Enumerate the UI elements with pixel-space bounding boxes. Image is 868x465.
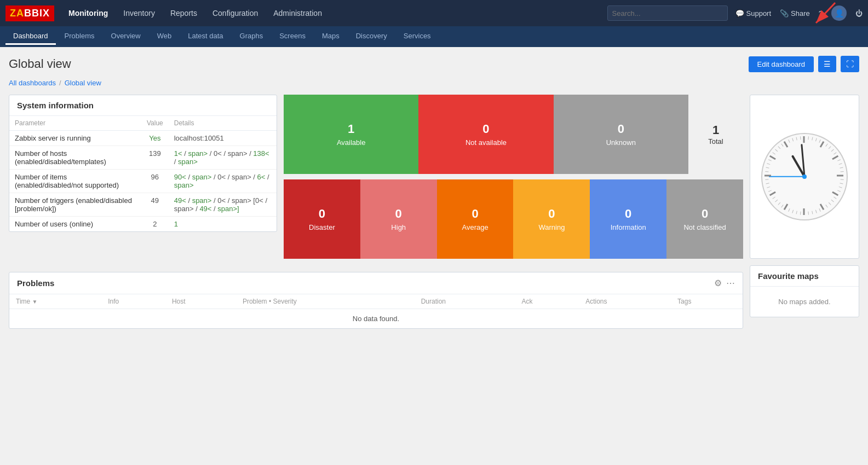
col-duration: Duration [415, 294, 515, 309]
nav-inventory[interactable]: Inventory [117, 5, 162, 21]
value-cell: Yes [141, 131, 169, 146]
param-cell: Number of users (online) [9, 217, 141, 232]
availability-grid: 1 Available 0 Not available 0 Unknown [284, 95, 688, 174]
subnav-maps[interactable]: Maps [314, 28, 347, 45]
clock-face [761, 133, 848, 220]
avail-not-available[interactable]: 0 Not available [418, 95, 553, 174]
sev-nc-count: 0 [702, 207, 708, 221]
problems-table: Time ▼ Info Host Problem • Severity Dura… [9, 294, 743, 328]
avail-unknown[interactable]: 0 Unknown [554, 95, 688, 174]
clock-widget [750, 95, 859, 259]
col-info: Info [101, 294, 165, 309]
details-cell: 1< / span> / 0< / span> / 138< / span> [169, 146, 277, 170]
top-icons: 💬 Support 📎 Share ? 👤 ⏻ [735, 5, 863, 21]
subnav-latest-data[interactable]: Latest data [180, 28, 231, 45]
col-actions: Actions [579, 294, 671, 309]
subnav-web[interactable]: Web [150, 28, 180, 45]
share-link[interactable]: 📎 Share [780, 9, 810, 18]
support-icon: 💬 [735, 9, 744, 18]
dashboard-menu-button[interactable]: ☰ [818, 56, 836, 72]
sev-disaster[interactable]: 0 Disaster [284, 179, 360, 259]
subnav-problems[interactable]: Problems [57, 28, 102, 45]
sev-not-classified[interactable]: 0 Not classified [666, 179, 743, 259]
sev-information[interactable]: 0 Information [590, 179, 666, 259]
sev-info-label: Information [611, 223, 646, 231]
table-row: Number of triggers (enabled/disabled [pr… [9, 193, 277, 217]
edit-dashboard-button[interactable]: Edit dashboard [749, 56, 814, 72]
details-cell: 49< / span> / 0< / span> [0< / span> / 4… [169, 193, 277, 217]
logout-button[interactable]: ⏻ [855, 9, 863, 18]
dashboard-expand-button[interactable]: ⛶ [841, 56, 859, 72]
subnav-services[interactable]: Services [396, 28, 439, 45]
param-cell: Number of items (enabled/disabled/not su… [9, 170, 141, 193]
col-tags: Tags [671, 294, 743, 309]
table-row: No data found. [9, 309, 743, 329]
help-link[interactable]: ? [819, 9, 823, 18]
main-grid: System information Parameter Value Detai… [9, 95, 859, 259]
avail-total: 1 Total [688, 95, 743, 174]
avail-not-available-label: Not available [465, 138, 507, 147]
problems-more-icon[interactable]: ⋯ [726, 278, 735, 288]
nav-reports[interactable]: Reports [164, 5, 204, 21]
sev-average-label: Average [462, 223, 488, 231]
availability-widget: 1 Available 0 Not available 0 Unknown 1 … [284, 95, 743, 174]
avail-available-count: 1 [348, 122, 354, 136]
sev-warning-label: Warning [538, 223, 565, 231]
page-title: Global view [9, 57, 71, 71]
param-cell: Number of hosts (enabled/disabled/templa… [9, 146, 141, 170]
logo[interactable]: ZABBIX [5, 5, 54, 21]
sev-high[interactable]: 0 High [360, 179, 437, 259]
sev-nc-label: Not classified [683, 223, 726, 231]
col-time[interactable]: Time ▼ [9, 294, 101, 309]
avail-unknown-count: 0 [618, 122, 624, 136]
col-value: Value [141, 116, 169, 131]
breadcrumb-all-dashboards[interactable]: All dashboards [9, 79, 56, 87]
subnav-dashboard[interactable]: Dashboard [5, 28, 56, 45]
problems-settings-icon[interactable]: ⚙ [714, 278, 722, 288]
table-row: Number of hosts (enabled/disabled/templa… [9, 146, 277, 170]
sev-warning-count: 0 [548, 207, 555, 221]
breadcrumb: All dashboards / Global view [9, 79, 859, 87]
sev-disaster-count: 0 [319, 207, 325, 221]
no-data-message: No data found. [9, 309, 743, 329]
details-cell: 90< / span> / 0< / span> / 6< / span> [169, 170, 277, 193]
col-details: Details [169, 116, 277, 131]
system-info-title: System information [9, 95, 277, 116]
details-cell: localhost:10051 [169, 131, 277, 146]
nav-monitoring[interactable]: Monitoring [62, 5, 114, 21]
breadcrumb-separator: / [59, 79, 61, 87]
avail-total-count: 1 [712, 123, 719, 137]
nav-administration[interactable]: Administration [267, 5, 329, 21]
breadcrumb-current: Global view [65, 79, 101, 87]
param-cell: Number of triggers (enabled/disabled [pr… [9, 193, 141, 217]
user-avatar[interactable]: 👤 [831, 5, 847, 21]
problems-actions: ⚙ ⋯ [714, 278, 735, 288]
problems-widget: Problems ⚙ ⋯ Time ▼ Info Host Problem • … [9, 272, 743, 329]
search-box[interactable] [607, 5, 728, 21]
col-ack: Ack [515, 294, 579, 309]
table-row: Zabbix server is runningYeslocalhost:100… [9, 131, 277, 146]
sev-average[interactable]: 0 Average [437, 179, 514, 259]
severity-grid: 0 Disaster 0 High 0 Average 0 Warning 0 [284, 179, 743, 259]
system-info-table: Parameter Value Details Zabbix server is… [9, 116, 277, 231]
subnav-graphs[interactable]: Graphs [232, 28, 271, 45]
subnav-discovery[interactable]: Discovery [348, 28, 395, 45]
clock-center-dot [802, 175, 807, 179]
support-link[interactable]: 💬 Support [735, 9, 772, 18]
details-cell: 1 [169, 217, 277, 232]
favourite-maps-title: Favourite maps [750, 266, 859, 287]
value-cell: 139 [141, 146, 169, 170]
col-problem-severity: Problem • Severity [236, 294, 415, 309]
subnav-overview[interactable]: Overview [104, 28, 148, 45]
page-header-actions: Edit dashboard ☰ ⛶ [749, 56, 859, 72]
favourite-maps-body: No maps added. [750, 287, 859, 317]
avail-available[interactable]: 1 Available [284, 95, 418, 174]
problems-title: Problems [17, 278, 54, 288]
problems-section: Problems ⚙ ⋯ Time ▼ Info Host Problem • … [9, 265, 743, 329]
top-navigation: ZABBIX Monitoring Inventory Reports Conf… [0, 0, 868, 26]
subnav-screens[interactable]: Screens [272, 28, 313, 45]
sev-warning[interactable]: 0 Warning [513, 179, 590, 259]
search-input[interactable] [612, 9, 723, 18]
bottom-row: Problems ⚙ ⋯ Time ▼ Info Host Problem • … [9, 265, 859, 329]
nav-configuration[interactable]: Configuration [206, 5, 265, 21]
